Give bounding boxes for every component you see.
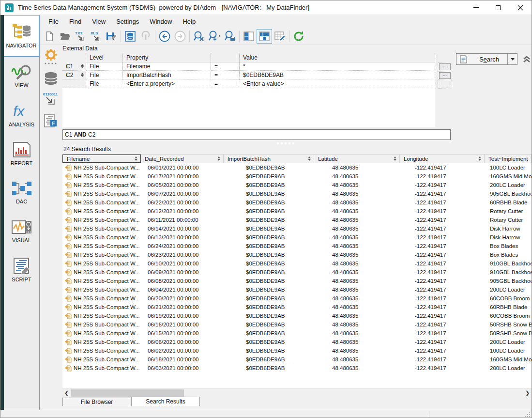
column-header-test-implement[interactable]: Test~Implement [485,155,532,163]
layout-grid-button-selected[interactable] [257,29,272,44]
table-row[interactable]: NH 25S Sub-Compact W... 06/16/2021 00:00… [62,320,532,329]
table-row[interactable]: NH 25S Sub-Compact W... 06/21/2021 00:00… [62,303,532,311]
menu-settings[interactable]: Settings [111,16,144,27]
query-value-cell[interactable]: $0EDB6DE9AB [240,71,435,79]
table-row[interactable]: NH 25S Sub-Compact W... 06/19/2021 00:00… [62,311,532,320]
edit-grid-button[interactable] [272,29,288,44]
datastore-select-button[interactable] [44,72,58,87]
resize-grip-icon[interactable] [525,412,531,418]
table-row[interactable]: NH 25S Sub-Compact W... 06/15/2021 00:00… [62,329,532,338]
data-import-button[interactable]: 0110011 [43,92,59,109]
sort-icon[interactable] [478,156,481,161]
query-level-cell[interactable]: File [86,62,123,71]
layout-columns-button[interactable] [241,29,257,44]
query-row-id[interactable] [62,79,86,88]
export-txt-button[interactable]: TXT [73,29,88,44]
data-store-button[interactable] [122,29,138,44]
menu-find[interactable]: Find [64,16,87,27]
table-row[interactable]: NH 25S Sub-Compact W... 06/04/2021 00:00… [62,285,532,294]
menu-view[interactable]: View [87,16,111,27]
file-properties-button[interactable]: F [44,113,58,130]
table-row[interactable]: NH 25S Sub-Compact W... 06/10/2021 00:00… [62,259,532,268]
collapse-query-button[interactable] [522,54,532,66]
query-property-cell[interactable]: ImportBatchHash [123,71,211,79]
table-row[interactable]: NH 25S Sub-Compact W... 06/06/2021 00:00… [62,338,532,346]
query-formula-bar[interactable]: C1 AND C2 [62,129,451,140]
search-settings-button[interactable] [44,49,58,67]
table-row[interactable]: NH 25S Sub-Compact W... 06/17/2021 00:00… [62,172,532,181]
scroll-right-arrow[interactable]: ❯ [523,390,532,396]
status-bar [0,410,532,418]
sidebar-item-navigator[interactable]: NAVIGATOR [4,15,39,57]
panel-splitter[interactable] [40,141,532,145]
query-property-cell[interactable]: Filename [123,62,211,71]
sort-icon[interactable] [308,156,311,161]
table-row[interactable]: NH 25S Sub-Compact W... 06/09/2021 00:00… [62,268,532,277]
scrollbar-thumb[interactable] [71,389,184,397]
sidebar-item-visual[interactable]: VISUAL [4,212,39,250]
sidebar-item-view[interactable]: VIEW [4,57,39,95]
clear-search-button[interactable] [191,29,207,44]
browse-values-button[interactable]: ... [439,72,451,79]
open-file-button[interactable] [57,29,73,44]
table-row[interactable]: NH 25S Sub-Compact W... 06/14/2021 00:00… [62,224,532,233]
new-file-button[interactable] [42,29,57,44]
navigate-back-button[interactable] [157,29,172,44]
table-row[interactable]: NH 25S Sub-Compact W... 06/13/2021 00:00… [62,233,532,242]
query-value-cell[interactable]: * [240,62,435,71]
sort-icon[interactable] [217,156,220,161]
tab-search-results[interactable]: Search Results [131,397,200,406]
table-row[interactable]: NH 25S Sub-Compact W... 06/07/2021 00:00… [62,189,532,198]
sidebar-item-script[interactable]: SCRIPT [4,250,39,289]
horizontal-scrollbar[interactable]: ❮ ❯ [62,388,532,397]
sort-icon[interactable] [135,156,137,161]
minimize-button[interactable] [465,0,487,15]
sidebar-item-analysis[interactable]: fx ANALYSIS [4,95,39,134]
tab-file-browser[interactable]: File Browser [62,398,131,406]
save-edit-button[interactable] [104,29,119,44]
table-row[interactable]: NH 25S Sub-Compact W... 06/24/2021 00:00… [62,242,532,250]
query-row-id[interactable]: C2 [62,71,86,79]
table-row[interactable]: NH 25S Sub-Compact W... 06/20/2021 00:00… [62,294,532,303]
sidebar-item-dac[interactable]: DAC [4,173,39,212]
column-header-latitude[interactable]: Latitude [314,155,400,163]
query-property-cell[interactable]: <Enter a property> [123,79,211,88]
save-search-button[interactable] [222,29,238,44]
column-header-date-recorded[interactable]: Date_Recorded [141,155,224,163]
scroll-left-arrow[interactable]: ❮ [62,390,71,396]
maximize-button[interactable] [487,0,509,15]
load-search-button[interactable] [207,29,222,44]
query-row-id[interactable]: C1 [62,62,86,71]
table-row[interactable]: NH 25S Sub-Compact W... 06/08/2021 00:00… [62,277,532,285]
column-header-filename[interactable]: Filename [62,155,141,163]
query-operator-cell[interactable]: = [211,79,240,88]
table-row[interactable]: NH 25S Sub-Compact W... 06/23/2021 00:00… [62,250,532,259]
close-button[interactable] [509,0,532,15]
table-row[interactable]: NH 25S Sub-Compact W... 06/12/2021 00:00… [62,207,532,216]
table-row[interactable]: NH 25S Sub-Compact W... 06/02/2021 00:00… [62,346,532,355]
query-level-cell[interactable]: File [86,79,123,88]
column-header-longitude[interactable]: Longitude [400,155,485,163]
sidebar-item-report[interactable]: REPORT [4,134,39,173]
sort-icon[interactable] [394,156,396,161]
table-row[interactable]: NH 25S Sub-Compact W... 06/01/2021 00:00… [62,163,532,172]
query-value-cell[interactable]: <Enter a value> [240,79,435,88]
menu-file[interactable]: File [43,16,64,27]
browse-values-button[interactable]: ... [439,63,451,70]
table-row[interactable]: NH 25S Sub-Compact W... 06/11/2021 00:00… [62,216,532,224]
search-button[interactable]: Search [456,53,517,65]
column-header-importbatchhash[interactable]: ImportBatchHash [224,155,314,163]
query-level-cell[interactable]: File [86,71,123,79]
panel-splitter[interactable] [40,361,532,365]
query-operator-cell[interactable]: = [211,62,240,71]
menu-window[interactable]: Window [144,16,177,27]
spinner-icon[interactable] [81,64,84,68]
refresh-button[interactable] [291,29,306,44]
menu-help[interactable]: Help [177,16,201,27]
query-operator-cell[interactable]: = [211,71,240,79]
table-row[interactable]: NH 25S Sub-Compact W... 06/22/2021 00:00… [62,198,532,207]
export-xls-button[interactable]: XLS [88,29,104,44]
search-dropdown-button[interactable] [507,54,517,64]
table-row[interactable]: NH 25S Sub-Compact W... 06/05/2021 00:00… [62,181,532,189]
spinner-icon[interactable] [81,73,84,77]
